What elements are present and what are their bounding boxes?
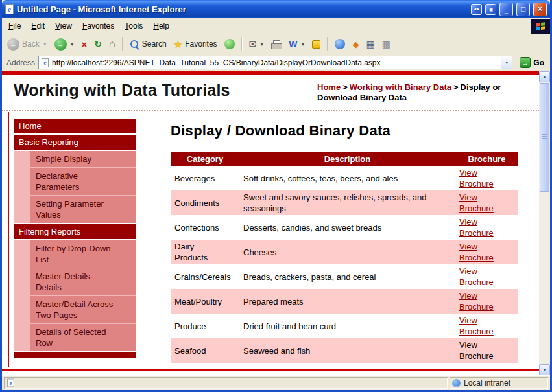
windows-logo-icon (531, 19, 550, 34)
browser-viewport: Working with Data Tutorials Home>Working… (2, 71, 550, 375)
addon-globe-button[interactable] (332, 37, 348, 51)
edit-dropdown-icon[interactable]: ▼ (300, 42, 305, 47)
cell-brochure: View Brochure (455, 240, 518, 264)
page-bottom-rule (2, 369, 539, 371)
refresh-button[interactable]: ↻ (91, 38, 104, 51)
sidebar-item-master-detail-across-two-pages[interactable]: Master/Detail Across Two Pages (30, 296, 136, 323)
go-label: Go (533, 58, 544, 67)
page-heading: Display / Download Binary Data (171, 122, 518, 139)
grid-icon: ▩ (382, 40, 390, 49)
menu-file[interactable]: File (3, 19, 26, 33)
close-button[interactable]: × (533, 3, 547, 16)
favorites-button[interactable]: ★ Favorites (171, 38, 220, 51)
cell-category: Grains/Cereals (171, 264, 239, 289)
forward-dropdown-icon[interactable]: ▼ (70, 42, 75, 47)
diamond-icon: ◆ (352, 40, 359, 49)
cell-description: Soft drinks, coffees, teas, beers, and a… (239, 166, 455, 190)
titlebar-extra-button-2[interactable]: ▣ (485, 4, 496, 15)
sidebar-item-filter-by-dropdown-list[interactable]: Filter by Drop-Down List (30, 240, 136, 268)
cell-category: Confections (171, 215, 239, 240)
messenger-button[interactable] (309, 38, 323, 51)
toolbar-separator (122, 37, 123, 51)
menu-help[interactable]: Help (148, 19, 174, 33)
sidebar-item-home[interactable]: Home (14, 119, 136, 133)
back-dropdown-icon[interactable]: ▼ (43, 42, 47, 47)
masthead: Working with Data Tutorials Home>Working… (2, 75, 539, 111)
scroll-down-button[interactable]: ▼ (539, 364, 550, 375)
menu-view[interactable]: View (50, 19, 77, 33)
app-icon: e (5, 4, 14, 14)
toolbar-separator (327, 37, 328, 51)
edit-with-word-button[interactable]: W ▼ (286, 38, 307, 51)
address-url[interactable]: http://localhost:2296/ASPNET_Data_Tutori… (52, 58, 498, 67)
cell-brochure: View Brochure (455, 190, 518, 215)
minimize-button[interactable]: _ (499, 3, 513, 16)
maximize-button[interactable]: □ (516, 3, 530, 16)
titlebar-extra-button-1[interactable]: ◄► (471, 4, 482, 15)
intranet-icon (452, 379, 461, 387)
breadcrumb-section-link[interactable]: Working with Binary Data (350, 82, 451, 92)
back-label: Back (22, 40, 40, 49)
titlebar[interactable]: e Untitled Page - Microsoft Internet Exp… (2, 0, 550, 18)
media-button[interactable] (222, 37, 237, 51)
cell-description: Dried fruit and bean curd (239, 314, 455, 338)
view-brochure-link[interactable]: View Brochure (459, 241, 498, 263)
breadcrumb-home-link[interactable]: Home (317, 82, 341, 92)
site-title: Working with Data Tutorials (14, 81, 230, 100)
sidebar-item-simple-display[interactable]: Simple Display (30, 151, 136, 167)
sidebar-item-clipped[interactable] (14, 352, 136, 358)
menu-bar: File Edit View Favorites Tools Help (2, 18, 550, 34)
scroll-up-button[interactable]: ▲ (539, 71, 550, 82)
addon-orange-button[interactable]: ◆ (350, 38, 361, 51)
addon-calculator-button[interactable]: ▦ (363, 38, 377, 51)
page-body: Home Basic Reporting Simple Display Decl… (2, 111, 539, 363)
sidebar-item-filtering-reports[interactable]: Filtering Reports (14, 224, 136, 239)
cell-category: Seafood (171, 338, 239, 363)
view-brochure-link[interactable]: View Brochure (459, 266, 498, 288)
mail-dropdown-icon[interactable]: ▼ (259, 42, 264, 47)
cell-brochure: View Brochure (455, 215, 518, 240)
browser-window: e Untitled Page - Microsoft Internet Exp… (0, 0, 552, 392)
home-icon: ⌂ (109, 39, 115, 49)
addon-grid-button[interactable]: ▩ (379, 38, 393, 51)
sidebar-item-setting-parameter-values[interactable]: Setting Parameter Values (30, 196, 136, 223)
mail-button[interactable]: ✉ ▼ (246, 38, 267, 51)
stop-button[interactable]: × (79, 38, 90, 51)
forward-button[interactable]: → ▼ (52, 36, 77, 52)
back-button[interactable]: ← Back ▼ (5, 36, 50, 52)
search-button[interactable]: Search (127, 38, 169, 51)
globe-icon (335, 39, 345, 49)
cell-brochure: View Brochure (455, 289, 518, 314)
cell-brochure: View Brochure (455, 338, 518, 363)
address-input[interactable]: e http://localhost:2296/ASPNET_Data_Tuto… (38, 56, 512, 69)
sidebar-item-master-details-details[interactable]: Master-Details- Details (30, 268, 136, 295)
view-brochure-link[interactable]: View Brochure (459, 290, 498, 312)
page-left-rule (8, 112, 9, 367)
scroll-thumb[interactable] (540, 83, 549, 192)
sidebar-item-declarative-parameters[interactable]: Declarative Parameters (30, 168, 136, 195)
sidebar-item-basic-reporting[interactable]: Basic Reporting (14, 135, 136, 150)
view-brochure-link[interactable]: View Brochure (459, 192, 498, 214)
vertical-scrollbar[interactable]: ▲ ▼ (539, 71, 550, 375)
sidebar-item-details-of-selected-row[interactable]: Details of Selected Row (30, 324, 136, 351)
table-row: Beverages Soft drinks, coffees, teas, be… (171, 166, 518, 190)
main-content: Display / Download Binary Data Category … (171, 119, 518, 363)
cell-category: Produce (171, 314, 239, 338)
menu-edit[interactable]: Edit (26, 19, 50, 33)
forward-icon: → (54, 38, 67, 51)
home-button[interactable]: ⌂ (106, 37, 118, 51)
menu-favorites[interactable]: Favorites (77, 19, 119, 33)
view-brochure-link[interactable]: View Brochure (459, 315, 498, 337)
cell-description: Prepared meats (239, 289, 455, 314)
view-brochure-link[interactable]: View Brochure (459, 167, 498, 189)
favorites-label: Favorites (185, 40, 217, 49)
toolbar-separator (241, 37, 243, 51)
menu-tools[interactable]: Tools (119, 19, 148, 33)
view-brochure-link[interactable]: View Brochure (459, 216, 498, 238)
cell-brochure: View Brochure (455, 166, 518, 190)
go-button[interactable]: → Go (516, 56, 548, 69)
address-dropdown-button[interactable]: ▼ (501, 56, 512, 69)
cell-description: Sweet and savory sauces, relishes, sprea… (239, 190, 455, 215)
web-page: Working with Data Tutorials Home>Working… (2, 71, 539, 375)
print-button[interactable] (269, 38, 284, 51)
